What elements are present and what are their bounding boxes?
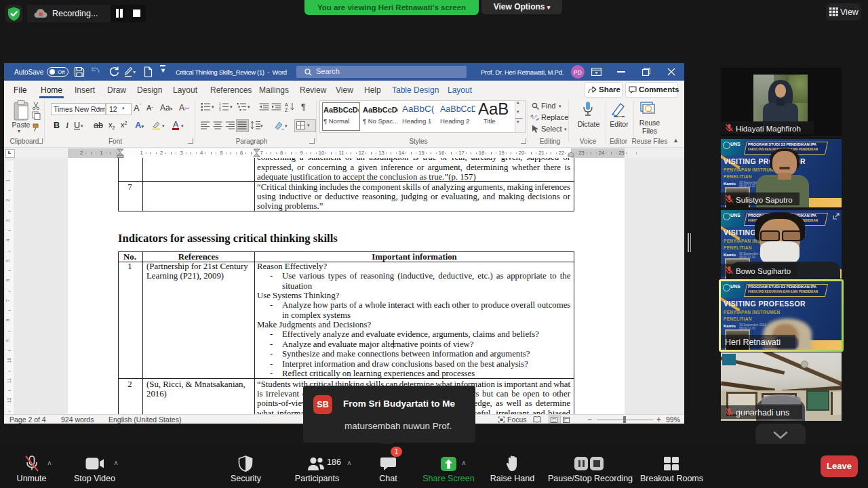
svg-text:A: A bbox=[285, 102, 288, 107]
svg-text:c: c bbox=[535, 114, 537, 118]
svg-text:Z: Z bbox=[285, 108, 288, 112]
svg-text:3: 3 bbox=[219, 108, 221, 111]
